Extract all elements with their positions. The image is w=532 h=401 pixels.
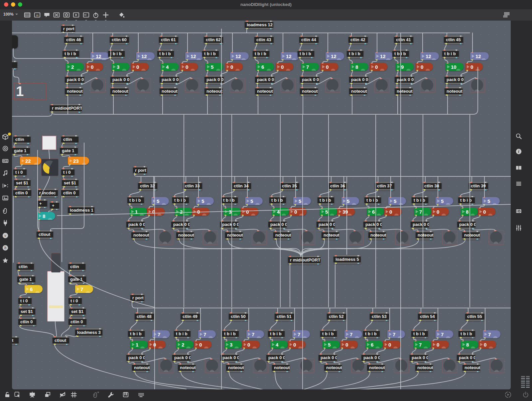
number-box-blue[interactable]: 7 xyxy=(436,330,453,338)
object-ctlin-44[interactable]: ctlin 44 xyxy=(299,36,319,44)
number-box-yellow[interactable]: 7 xyxy=(75,285,93,293)
round-ui-object[interactable] xyxy=(374,78,390,93)
object-ctlin-33[interactable]: ctlin 33 xyxy=(183,182,202,190)
presentation-icon[interactable] xyxy=(29,391,36,398)
object-ctlin-0[interactable]: ctlin 0 xyxy=(61,189,79,197)
object-ctlin-34[interactable]: ctlin 34 xyxy=(232,182,251,190)
number-box-green[interactable]: 1 xyxy=(130,341,148,349)
number-box-green[interactable]: 8 xyxy=(350,63,368,71)
number-box-teal[interactable]: 8 xyxy=(37,212,55,220)
number-box-blue[interactable]: 12 xyxy=(90,52,109,60)
number-box-red[interactable]: 39 xyxy=(337,208,355,216)
image-icon[interactable] xyxy=(2,194,10,202)
number-box-blue[interactable]: 5 xyxy=(245,197,263,205)
number-box-blue[interactable]: 5 xyxy=(151,197,169,205)
object-noteout[interactable]: noteout xyxy=(272,363,290,372)
object-t-b-i-b[interactable]: t b i b xyxy=(268,330,285,338)
beap-icon[interactable]: b xyxy=(2,244,10,251)
object-ctlin-43[interactable]: ctlin 43 xyxy=(254,36,274,44)
object-pack-0-0[interactable]: pack 0 0 xyxy=(220,220,238,229)
object-ctlin-0[interactable]: ctlin 0 xyxy=(18,318,36,326)
object-ctlin-37[interactable]: ctlin 37 xyxy=(375,182,394,190)
button-icon[interactable] xyxy=(63,11,70,19)
search-icon[interactable] xyxy=(515,133,524,140)
layers-icon[interactable] xyxy=(44,391,51,398)
object-t-b-i-b[interactable]: t b i b xyxy=(128,330,145,338)
number-box-blue[interactable]: 12 xyxy=(230,52,249,60)
round-ui-object[interactable] xyxy=(348,230,363,245)
object-c[interactable]: c xyxy=(12,61,17,69)
object-ctlin-46[interactable]: ctlin 46 xyxy=(64,36,83,44)
object-t-b-i-b[interactable]: t b i b xyxy=(442,50,459,58)
object-noteout[interactable]: noteout xyxy=(395,87,413,96)
object-ctlin-36[interactable]: ctlin 36 xyxy=(328,182,347,190)
object-t-b-i-b[interactable]: t b i b xyxy=(108,50,125,58)
number-box-blue[interactable]: 7 xyxy=(344,330,362,338)
number-box-red[interactable]: 0 xyxy=(383,341,401,349)
vizzie-icon[interactable]: v xyxy=(2,232,10,239)
object-noteout[interactable]: noteout xyxy=(324,363,342,372)
round-ui-object[interactable] xyxy=(136,78,151,93)
object-ctlin-61[interactable]: ctlin 61 xyxy=(159,36,178,44)
object-pack-0-0[interactable]: pack 0 0 xyxy=(160,75,179,84)
round-ui-object[interactable] xyxy=(395,230,410,245)
round-ui-object[interactable] xyxy=(394,358,409,373)
object-pack-0-0[interactable]: pack 0 0 xyxy=(457,353,475,362)
object-t-b-i-b[interactable]: t b i b xyxy=(269,196,286,205)
wrench-icon[interactable] xyxy=(107,391,114,398)
object-t-b-i-b[interactable]: t b i b xyxy=(202,50,219,58)
piano-keys-icon[interactable] xyxy=(122,391,129,398)
object-ctlin-55[interactable]: ctlin 55 xyxy=(465,312,484,321)
object-noteout[interactable]: noteout xyxy=(367,363,385,372)
object-ctlin-62[interactable]: ctlin 62 xyxy=(204,36,223,44)
object-noteout[interactable]: noteout xyxy=(463,363,480,372)
number-box-orange[interactable]: 23 xyxy=(68,157,89,165)
object-ctlin-32[interactable]: ctlin 32 xyxy=(138,182,157,190)
number-box-red[interactable]: 0 xyxy=(225,63,243,71)
distribute-icon[interactable] xyxy=(59,391,66,398)
small-panel[interactable] xyxy=(12,98,33,106)
round-ui-object[interactable] xyxy=(442,358,458,373)
add-object-icon[interactable] xyxy=(102,11,109,19)
object-ctlin-0[interactable]: ctlin 0 xyxy=(13,189,31,197)
toggle-square[interactable] xyxy=(42,136,57,150)
object-t-b-i-b[interactable]: t b i b xyxy=(458,196,475,205)
object-ctlin-39[interactable]: ctlin 39 xyxy=(469,182,488,190)
object-t-b-i-b[interactable]: t b i b xyxy=(347,50,363,58)
object-ctlin-49[interactable]: ctlin 49 xyxy=(181,312,200,321)
round-ui-object[interactable] xyxy=(442,230,458,245)
number-box-green[interactable]: 3 xyxy=(111,63,129,71)
number-box-yellow[interactable]: 6 xyxy=(25,285,43,293)
number-box-green[interactable]: 6 xyxy=(367,208,384,216)
number-box-red[interactable]: 0 xyxy=(241,208,258,216)
object-t-b-i-b[interactable]: t b i b xyxy=(298,50,314,58)
object-ctlin-50[interactable]: ctlin 50 xyxy=(229,312,248,321)
number-box-green[interactable]: 7 xyxy=(301,63,319,71)
round-ui-object[interactable] xyxy=(90,78,105,93)
object-pack-0-0[interactable]: pack 0 0 xyxy=(268,220,287,229)
number-box-green[interactable]: 4 xyxy=(270,341,288,349)
number-box-red[interactable]: 0 xyxy=(370,63,387,71)
object-ctlin[interactable]: ctlin xyxy=(61,135,78,144)
number-box-green[interactable]: 6 xyxy=(365,341,383,349)
object-t-b-i-b[interactable]: t b i b xyxy=(411,330,428,338)
object-t-b-i-b[interactable]: t b i b xyxy=(253,50,269,58)
number-box-green[interactable]: 9 xyxy=(396,63,414,71)
object-pack-0-0[interactable]: pack 0 0 xyxy=(457,220,475,229)
object-t-i-0[interactable]: t i 0 xyxy=(68,297,82,305)
object-t-b-i-b[interactable]: t b i b xyxy=(320,330,337,338)
object-pack-0-0[interactable]: pack 0 0 xyxy=(411,220,429,229)
object-set-1[interactable]: set $1 xyxy=(19,307,35,316)
object-ctlin[interactable]: ctlin xyxy=(17,262,34,271)
favorites-star-icon[interactable] xyxy=(2,257,10,264)
paperclip-add-icon[interactable] xyxy=(92,391,99,398)
round-ui-object[interactable] xyxy=(300,230,315,245)
round-ui-object[interactable] xyxy=(325,78,340,93)
number-box-orange[interactable]: 22 xyxy=(20,157,41,165)
number-box-red[interactable]: 0 xyxy=(180,63,198,71)
round-ui-object[interactable] xyxy=(203,230,218,245)
object-ctlin-42[interactable]: ctlin 42 xyxy=(348,36,368,44)
object-noteout[interactable]: noteout xyxy=(176,231,194,240)
object-loadmess-12[interactable]: loadmess 12 xyxy=(245,21,273,29)
plug-icon[interactable] xyxy=(2,219,10,227)
